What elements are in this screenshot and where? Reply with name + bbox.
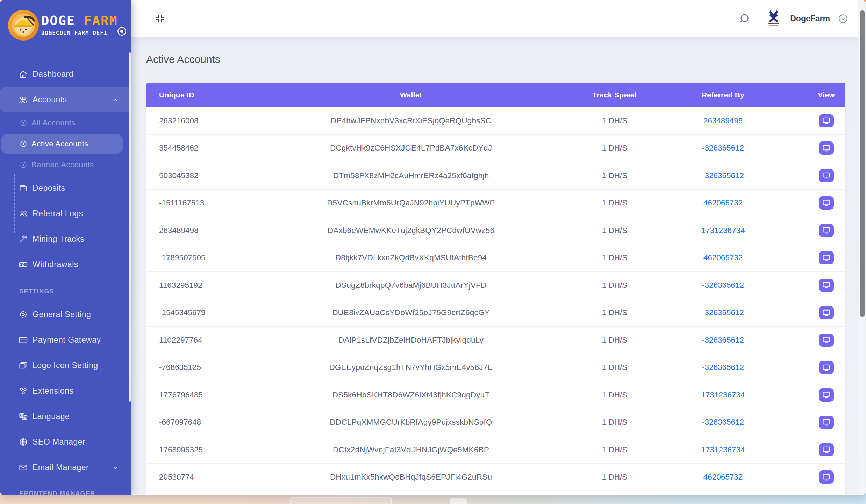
referred-by-link[interactable]: -326365612	[702, 281, 744, 290]
page-title: Active Accounts	[146, 53, 858, 66]
sidebar-item-label: Accounts	[33, 95, 67, 104]
view-account-button[interactable]	[819, 251, 834, 264]
referred-by-link[interactable]: 1731236734	[701, 445, 745, 454]
referred-by-link[interactable]: 462065732	[703, 253, 743, 262]
sidebar-item-label: Active Accounts	[31, 139, 88, 148]
monitor-icon	[822, 418, 831, 427]
section-label: FRONTEND MANAGER	[19, 490, 95, 495]
sidebar-item-all-accounts[interactable]: All Accounts	[0, 112, 131, 133]
app-window: DOGE FARM DOGECOIN FARM DEFI DashboardAc…	[0, 0, 866, 495]
sidebar-item-mining-tracks[interactable]: Mining Tracks	[0, 226, 131, 252]
view-account-button[interactable]	[819, 306, 834, 319]
view-account-button[interactable]	[819, 334, 834, 347]
cell-wallet-address: D8tjkk7VDLkxnZkQdBvXKqMSUtAthfBe94	[275, 253, 546, 262]
sidebar-item-extensions[interactable]: Extensions	[0, 378, 131, 404]
cell-wallet-address: DDCLPqXMMGCUrKbRfAgy9PujxsskbNSofQ	[275, 418, 546, 427]
sidebar-scrollbar[interactable]	[129, 52, 131, 402]
view-account-button[interactable]	[819, 196, 834, 210]
user-avatar[interactable]	[765, 10, 782, 27]
monitor-icon	[822, 116, 831, 125]
monitor-icon	[822, 308, 831, 317]
cell-unique-id: 263216008	[146, 116, 275, 125]
sidebar-item-label: Deposits	[33, 183, 65, 193]
sidebar-item-withdrawals[interactable]: Withdrawals	[0, 252, 131, 277]
sidebar-item-dashboard[interactable]: Dashboard	[0, 61, 131, 87]
page-scrollbar-track[interactable]	[858, 0, 866, 495]
user-menu-button[interactable]	[838, 14, 848, 23]
cell-track-speed: 1 DH/S	[546, 253, 683, 262]
banknote-icon	[19, 260, 28, 269]
sidebar-item-referral-logs[interactable]: Referral Logs	[0, 201, 131, 226]
view-account-button[interactable]	[819, 224, 834, 237]
sidebar-item-banned-accounts[interactable]: Banned Accounts	[0, 154, 131, 175]
view-account-button[interactable]	[819, 279, 834, 292]
referred-by-link[interactable]: 462065732	[703, 198, 743, 207]
cell-wallet-address: DAiP1sLfVDZjbZeiHDoHAFTJbjkyiqduLy	[275, 336, 546, 345]
sidebar-item-language[interactable]: Language	[0, 404, 131, 429]
referred-by-link[interactable]: -326365612	[702, 336, 744, 344]
cell-wallet-address: DCtx2dNjWvnjFaf3VciJHNJGjWQe5MK6BP	[275, 445, 546, 454]
sidebar-item-label: Banned Accounts	[31, 160, 94, 169]
view-account-button[interactable]	[819, 141, 834, 155]
cell-track-speed: 1 DH/S	[546, 226, 683, 235]
table-row: 503045382DTm58FX8zMH2cAuHmrERz4a25xf6afg…	[146, 162, 845, 190]
referred-by-link[interactable]: -326365612	[702, 171, 744, 180]
sidebar-item-active-accounts[interactable]: Active Accounts	[1, 134, 123, 154]
view-account-button[interactable]	[819, 114, 834, 127]
view-account-button[interactable]	[819, 169, 834, 182]
sidebar-item-seo-manager[interactable]: SEO Manager	[0, 429, 131, 455]
sidebar: DOGE FARM DOGECOIN FARM DEFI DashboardAc…	[0, 0, 131, 495]
user-name[interactable]: DogeFarm	[790, 14, 830, 23]
cell-wallet-address: DS5k6HbSKHT8D6WZ6iXt48fjhKC9qgDyuT	[275, 390, 546, 400]
monitor-icon	[822, 171, 831, 180]
referred-by-link[interactable]: -326365612	[702, 418, 744, 426]
cell-track-speed: 1 DH/S	[546, 336, 683, 345]
table-row: -1789507505D8tjkk7VDLkxnZkQdBvXKqMSUtAth…	[146, 244, 845, 272]
gear-icon	[19, 310, 28, 319]
cell-track-speed: 1 DH/S	[546, 281, 683, 290]
sidebar-item-email-manager[interactable]: Email Manager	[0, 455, 131, 480]
view-account-button[interactable]	[819, 416, 834, 429]
wallet-icon	[19, 183, 28, 193]
referred-by-link[interactable]: -326365612	[702, 363, 744, 372]
view-account-button[interactable]	[819, 470, 834, 484]
sidebar-item-label: Extensions	[33, 386, 74, 396]
view-account-button[interactable]	[819, 443, 834, 456]
cell-track-speed: 1 DH/S	[546, 116, 683, 125]
column-header-view: View	[763, 91, 845, 99]
referred-by-link[interactable]: 1731236734	[701, 390, 745, 399]
sidebar-item-label: Logo Icon Setting	[33, 361, 98, 370]
referred-by-link[interactable]: -326365612	[702, 308, 744, 317]
sidebar-item-accounts[interactable]: Accounts	[0, 87, 131, 112]
record-circle-icon	[117, 32, 127, 37]
language-icon	[19, 412, 28, 421]
view-account-button[interactable]	[819, 361, 834, 374]
page-scrollbar-thumb[interactable]	[860, 10, 865, 317]
sidebar-item-payment-gateway[interactable]: Payment Gateway	[0, 327, 131, 353]
referred-by-link[interactable]: 263489498	[703, 116, 743, 125]
cell-track-speed: 1 DH/S	[546, 171, 683, 180]
sidebar-collapse-toggle[interactable]	[117, 27, 127, 36]
cell-wallet-address: DGEEypuZnqZsg1hTN7vYhHGx5mE4v56J7E	[275, 363, 546, 372]
referred-by-link[interactable]: 1731236734	[701, 226, 745, 235]
content-collapse-button[interactable]	[155, 13, 165, 24]
view-account-button[interactable]	[819, 388, 834, 402]
sidebar-item-deposits[interactable]: Deposits	[0, 175, 131, 201]
cell-unique-id: 1768995325	[146, 445, 275, 454]
referred-by-link[interactable]: 462065732	[703, 473, 743, 481]
cell-wallet-address: DP4hwJFPNxnbV3xcRtXiESjqQeRQUgbsSC	[275, 116, 546, 125]
table-row: 263216008DP4hwJFPNxnbV3xcRtXiESjqQeRQUgb…	[146, 107, 845, 135]
cell-unique-id: -667097648	[146, 418, 275, 427]
monitor-icon	[822, 363, 831, 372]
search-button[interactable]	[739, 13, 751, 24]
referred-by-link[interactable]: -326365612	[702, 144, 744, 152]
radio-icon	[20, 119, 27, 127]
chevron-down-circle-icon	[838, 19, 848, 24]
brand-subtitle: DOGECOIN FARM DEFI	[41, 30, 118, 36]
main-area: DogeFarm Active Accounts Unique IDWallet…	[131, 0, 858, 495]
cell-unique-id: 354458462	[146, 144, 275, 153]
sidebar-item-label: Email Manager	[33, 463, 89, 472]
sidebar-item-logo-icon-setting[interactable]: Logo Icon Setting	[0, 353, 131, 378]
sidebar-item-general-setting[interactable]: General Setting	[0, 302, 131, 327]
table-row: -1511167513D5VCsnuBkrMm6UrQaJN92hpiYUUyP…	[146, 190, 845, 217]
